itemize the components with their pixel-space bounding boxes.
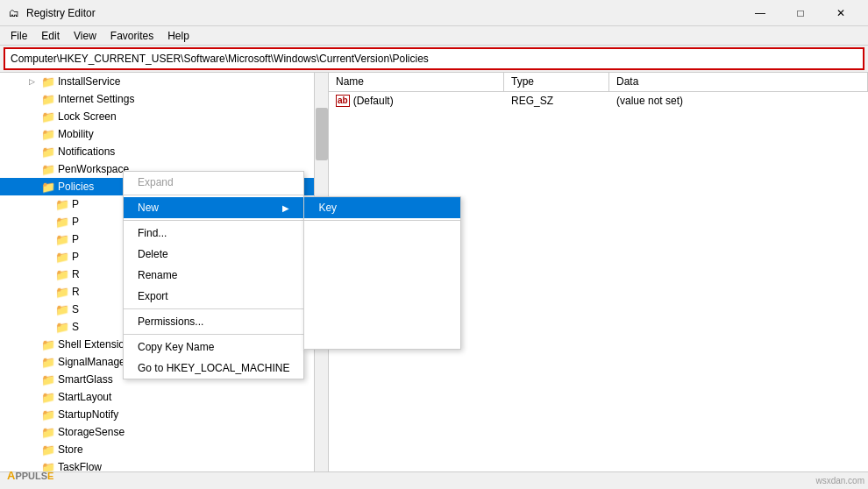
expand-icon xyxy=(39,320,53,334)
ctx-find[interactable]: Find... xyxy=(124,223,303,244)
expand-icon xyxy=(25,162,39,176)
folder-icon: 📁 xyxy=(55,303,69,316)
tree-label: SignalManager xyxy=(58,356,129,368)
expand-icon xyxy=(25,180,39,194)
submenu-expandable-string-value[interactable]: Expandable String Value xyxy=(304,328,460,349)
tree-label: Store xyxy=(58,443,83,456)
folder-icon: 📁 xyxy=(55,216,69,229)
tree-item-notifications[interactable]: 📁 Notifications xyxy=(0,143,328,160)
submenu-binary-value[interactable]: Binary Value xyxy=(304,244,460,265)
window-title: Registry Editor xyxy=(26,7,740,19)
app-icon: 🗂 xyxy=(7,6,21,20)
folder-icon: 📁 xyxy=(41,181,55,194)
folder-icon: 📁 xyxy=(55,268,69,281)
tree-label: TaskFlow xyxy=(58,461,102,471)
maximize-button[interactable]: □ xyxy=(780,0,821,26)
ctx-expand[interactable]: Expand xyxy=(124,172,303,193)
tree-label: R xyxy=(72,268,80,280)
context-menu: Expand New ▶ Key String Value Binary Val… xyxy=(123,171,304,379)
expand-icon xyxy=(25,372,39,386)
ctx-copy-key-name[interactable]: Copy Key Name xyxy=(124,337,303,358)
ctx-permissions[interactable]: Permissions... xyxy=(124,311,303,332)
tree-label: StorageSense xyxy=(58,426,125,438)
tree-item-mobility[interactable]: 📁 Mobility xyxy=(0,125,328,143)
folder-icon: 📁 xyxy=(41,338,55,351)
ctx-separator-4 xyxy=(124,334,303,335)
status-bar xyxy=(0,471,868,489)
ctx-goto-hklm[interactable]: Go to HKEY_LOCAL_MACHINE xyxy=(124,358,303,379)
folder-icon: 📁 xyxy=(55,251,69,264)
tree-item-lock-screen[interactable]: 📁 Lock Screen xyxy=(0,108,328,125)
tree-label: P xyxy=(72,216,79,228)
folder-icon: 📁 xyxy=(41,128,55,141)
watermark: wsxdan.com xyxy=(815,476,864,485)
menu-edit[interactable]: Edit xyxy=(34,26,67,46)
cell-type: REG_SZ xyxy=(504,95,609,107)
registry-row-default[interactable]: ab (Default) REG_SZ (value not set) xyxy=(329,92,868,110)
submenu-qword-value[interactable]: QWORD (64-bit) Value xyxy=(304,286,460,307)
tree-item-storagesense[interactable]: 📁 StorageSense xyxy=(0,423,328,441)
folder-icon: 📁 xyxy=(41,426,55,439)
col-header-name: Name xyxy=(329,73,504,91)
tree-label: StartLayout xyxy=(58,391,111,403)
folder-icon: 📁 xyxy=(55,198,69,211)
menu-help[interactable]: Help xyxy=(160,26,196,46)
minimize-button[interactable]: — xyxy=(740,0,780,26)
sub-separator-1 xyxy=(304,220,460,221)
expand-icon xyxy=(25,110,39,124)
scrollbar-thumb[interactable] xyxy=(316,108,328,160)
submenu-dword-value[interactable]: DWORD (32-bit) Value xyxy=(304,265,460,286)
col-header-type: Type xyxy=(504,73,609,91)
address-bar[interactable]: Computer\HKEY_CURRENT_USER\Software\Micr… xyxy=(4,47,864,70)
expand-icon xyxy=(25,408,39,422)
col-header-data: Data xyxy=(609,73,868,91)
ctx-rename[interactable]: Rename xyxy=(124,265,303,286)
tree-label: Policies xyxy=(58,181,94,193)
folder-icon: 📁 xyxy=(41,443,55,457)
tree-item-startlayout[interactable]: 📁 StartLayout xyxy=(0,388,328,406)
tree-item-internet-settings[interactable]: 📁 Internet Settings xyxy=(0,90,328,108)
expand-icon xyxy=(39,197,53,211)
expand-icon xyxy=(39,250,53,264)
menu-favorites[interactable]: Favorites xyxy=(103,26,160,46)
expand-icon: ▷ xyxy=(25,74,39,89)
cell-name: ab (Default) xyxy=(329,95,504,107)
submenu-key[interactable]: Key xyxy=(304,197,460,218)
folder-icon: 📁 xyxy=(41,75,55,89)
folder-icon: 📁 xyxy=(41,356,55,369)
submenu-string-value[interactable]: String Value xyxy=(304,223,460,244)
tree-label: R xyxy=(72,286,80,298)
submenu-new: Key String Value Binary Value DWORD (32-… xyxy=(303,196,461,350)
expand-icon xyxy=(39,285,53,299)
ctx-export[interactable]: Export xyxy=(124,286,303,307)
folder-icon: 📁 xyxy=(41,110,55,124)
submenu-multi-string-value[interactable]: Multi-String Value xyxy=(304,307,460,328)
tree-item-store[interactable]: 📁 Store xyxy=(0,441,328,458)
ctx-delete[interactable]: Delete xyxy=(124,244,303,265)
menu-file[interactable]: File xyxy=(4,26,34,46)
ctx-separator-3 xyxy=(124,308,303,309)
expand-icon xyxy=(25,127,39,141)
expand-icon xyxy=(25,92,39,106)
expand-icon xyxy=(25,355,39,369)
cell-data: (value not set) xyxy=(609,95,868,107)
menu-view[interactable]: View xyxy=(67,26,103,46)
ctx-new[interactable]: New ▶ Key String Value Binary Value DWOR… xyxy=(124,197,303,218)
close-button[interactable]: ✕ xyxy=(821,0,861,26)
expand-icon xyxy=(25,390,39,404)
tree-label: P xyxy=(72,251,79,263)
submenu-arrow-icon: ▶ xyxy=(282,203,289,213)
tree-item-startupnotify[interactable]: 📁 StartupNotify xyxy=(0,406,328,423)
tree-item-installservice[interactable]: ▷ 📁 InstallService xyxy=(0,73,328,90)
right-panel-header: Name Type Data xyxy=(329,73,868,92)
tree-label: InstallService xyxy=(58,75,120,88)
folder-icon: 📁 xyxy=(41,163,55,176)
folder-icon: 📁 xyxy=(41,408,55,422)
folder-icon: 📁 xyxy=(41,391,55,404)
tree-label: S xyxy=(72,321,79,333)
folder-icon: 📁 xyxy=(55,321,69,334)
title-bar: 🗂 Registry Editor — □ ✕ xyxy=(0,0,868,26)
expand-icon xyxy=(25,145,39,159)
appupulse-logo: APPULSE xyxy=(7,469,53,482)
folder-icon: 📁 xyxy=(41,93,55,106)
